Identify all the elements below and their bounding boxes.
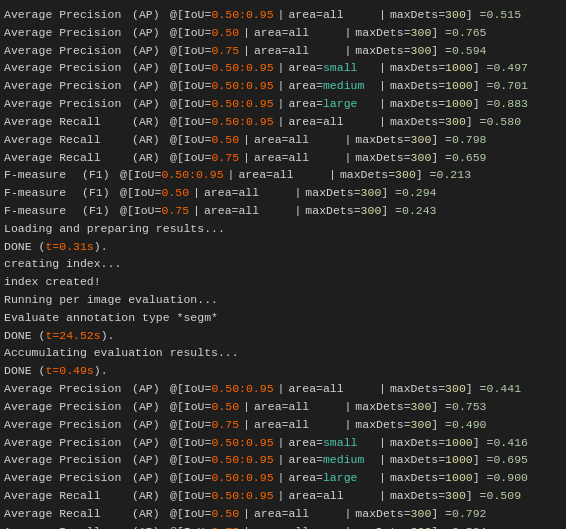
area-value: all (288, 149, 340, 167)
metric-line: Average Precision (AP) @[ IoU=0.50:0.95|… (4, 380, 562, 398)
done-time: t=0.49s (45, 362, 93, 380)
area-value: all (288, 42, 340, 60)
maxdets-value: 300 (411, 523, 432, 529)
metric-line: F-measure (F1) @[ IoU=0.50|area= all|max… (4, 184, 562, 202)
done-time: t=0.31s (45, 238, 93, 256)
metric-label: Average Precision (4, 42, 132, 60)
text-line: DONE (t=0.49s). (4, 362, 562, 380)
metric-label: F-measure (4, 184, 82, 202)
text-line: DONE (t=0.31s). (4, 238, 562, 256)
iou-value: 0.50:0.95 (211, 59, 273, 77)
area-value: medium (323, 77, 375, 95)
metric-line: Average Precision (AP) @[ IoU=0.50|area=… (4, 24, 562, 42)
metric-abbr: (AP) (132, 416, 170, 434)
metric-abbr: (AR) (132, 131, 170, 149)
text-line: Evaluate annotation type *segm* (4, 309, 562, 327)
metric-line: Average Precision (AP) @[ IoU=0.50:0.95|… (4, 469, 562, 487)
metric-line: Average Precision (AP) @[ IoU=0.50:0.95|… (4, 95, 562, 113)
maxdets-value: 300 (445, 6, 466, 24)
metric-abbr: (AP) (132, 434, 170, 452)
iou-value: 0.50:0.95 (211, 77, 273, 95)
metric-label: F-measure (4, 202, 82, 220)
maxdets-value: 300 (411, 398, 432, 416)
metric-line: F-measure (F1) @[ IoU=0.50:0.95|area= al… (4, 166, 562, 184)
metric-line: Average Recall (AR) @[ IoU=0.75|area= al… (4, 523, 562, 529)
metric-abbr: (AP) (132, 95, 170, 113)
iou-value: 0.50 (211, 505, 239, 523)
metric-line: Average Precision (AP) @[ IoU=0.50:0.95|… (4, 77, 562, 95)
metric-abbr: (AR) (132, 487, 170, 505)
metric-value: 0.695 (493, 451, 528, 469)
console-text: Running per image evaluation... (4, 291, 218, 309)
metric-value: 0.701 (493, 77, 528, 95)
metric-value: 0.765 (452, 24, 487, 42)
area-value: large (323, 469, 375, 487)
console-text: creating index... (4, 255, 121, 273)
metric-label: Average Precision (4, 95, 132, 113)
metric-line: Average Precision (AP) @[ IoU=0.50:0.95|… (4, 59, 562, 77)
metric-line: Average Precision (AP) @[ IoU=0.50|area=… (4, 398, 562, 416)
iou-value: 0.50:0.95 (211, 380, 273, 398)
metric-abbr: (AP) (132, 469, 170, 487)
area-value: all (288, 131, 340, 149)
area-value: large (323, 95, 375, 113)
maxdets-value: 1000 (445, 59, 473, 77)
metric-line: Average Precision (AP) @[ IoU=0.50:0.95|… (4, 451, 562, 469)
metric-value: 0.584 (452, 523, 487, 529)
metric-value: 0.753 (452, 398, 487, 416)
metric-abbr: (AP) (132, 59, 170, 77)
metric-value: 0.213 (437, 166, 472, 184)
iou-value: 0.50:0.95 (211, 113, 273, 131)
area-value: all (238, 202, 290, 220)
metric-abbr: (AP) (132, 451, 170, 469)
iou-value: 0.50:0.95 (211, 6, 273, 24)
iou-value: 0.50 (161, 184, 189, 202)
area-value: all (323, 113, 375, 131)
metric-label: Average Recall (4, 113, 132, 131)
iou-value: 0.50:0.95 (211, 451, 273, 469)
area-value: all (323, 487, 375, 505)
metric-line: Average Recall (AR) @[ IoU=0.50:0.95|are… (4, 487, 562, 505)
metric-label: Average Precision (4, 469, 132, 487)
area-value: all (323, 6, 375, 24)
metric-value: 0.594 (452, 42, 487, 60)
metric-line: Average Recall (AR) @[ IoU=0.50|area= al… (4, 505, 562, 523)
maxdets-value: 300 (445, 487, 466, 505)
metric-value: 0.416 (493, 434, 528, 452)
area-value: small (323, 59, 375, 77)
text-line: Accumulating evaluation results... (4, 344, 562, 362)
metric-label: Average Precision (4, 434, 132, 452)
maxdets-value: 1000 (445, 95, 473, 113)
metric-abbr: (F1) (82, 166, 120, 184)
metric-line: Average Precision (AP) @[ IoU=0.75|area=… (4, 416, 562, 434)
metric-value: 0.243 (402, 202, 437, 220)
metric-value: 0.580 (487, 113, 522, 131)
area-value: all (288, 398, 340, 416)
metric-value: 0.883 (493, 95, 528, 113)
iou-value: 0.50:0.95 (211, 487, 273, 505)
metric-value: 0.792 (452, 505, 487, 523)
metric-value: 0.798 (452, 131, 487, 149)
console-text: Evaluate annotation type *segm* (4, 309, 218, 327)
maxdets-value: 300 (411, 24, 432, 42)
text-line: Loading and preparing results... (4, 220, 562, 238)
metric-label: Average Precision (4, 451, 132, 469)
iou-value: 0.75 (211, 149, 239, 167)
area-value: all (238, 184, 290, 202)
metric-abbr: (AP) (132, 6, 170, 24)
iou-value: 0.50:0.95 (211, 469, 273, 487)
console-text: Accumulating evaluation results... (4, 344, 239, 362)
iou-value: 0.50:0.95 (161, 166, 223, 184)
metric-value: 0.900 (493, 469, 528, 487)
metric-label: F-measure (4, 166, 82, 184)
metric-abbr: (AP) (132, 24, 170, 42)
maxdets-value: 300 (411, 416, 432, 434)
metric-label: Average Recall (4, 149, 132, 167)
metric-label: Average Precision (4, 398, 132, 416)
metric-label: Average Precision (4, 416, 132, 434)
metric-abbr: (AR) (132, 505, 170, 523)
metric-label: Average Precision (4, 24, 132, 42)
iou-value: 0.50 (211, 24, 239, 42)
metric-abbr: (AR) (132, 113, 170, 131)
metric-abbr: (AP) (132, 77, 170, 95)
